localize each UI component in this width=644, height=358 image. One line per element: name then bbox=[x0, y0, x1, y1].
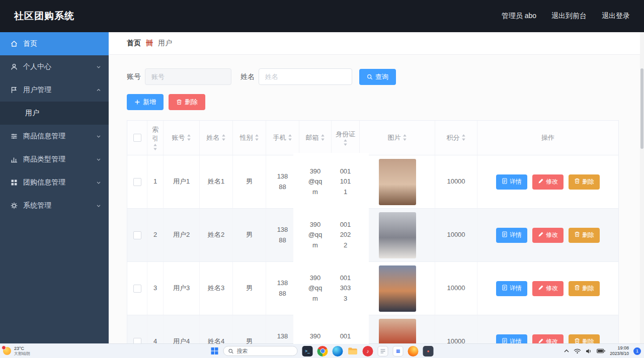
console-app-icon[interactable]: >_ bbox=[302, 346, 313, 356]
user-photo[interactable] bbox=[379, 319, 416, 344]
table-cell: 4 bbox=[147, 315, 164, 344]
trash-icon bbox=[574, 231, 580, 239]
column-header-phone[interactable]: 手机 bbox=[266, 121, 299, 155]
battery-icon[interactable] bbox=[597, 348, 605, 353]
row-checkbox[interactable] bbox=[133, 231, 141, 239]
column-header-points[interactable]: 积分 bbox=[435, 121, 477, 155]
row-checkbox[interactable] bbox=[133, 285, 141, 293]
tray-expand-chevron-icon[interactable] bbox=[564, 349, 569, 352]
cell-points: 10000 bbox=[447, 230, 465, 240]
detail-button[interactable]: 详情 bbox=[496, 228, 527, 243]
delete-button[interactable]: 删除 bbox=[569, 334, 600, 344]
cell-id_card: 001 101 1 bbox=[340, 166, 351, 197]
column-header-account[interactable]: 账号 bbox=[164, 121, 200, 155]
exit-front-link[interactable]: 退出到前台 bbox=[551, 12, 587, 21]
column-header-email[interactable]: 邮箱 bbox=[299, 121, 332, 155]
sort-icon[interactable] bbox=[221, 134, 226, 141]
folder-app-icon[interactable] bbox=[348, 346, 358, 356]
table-cell: 390 @qq bbox=[299, 315, 332, 344]
account-input[interactable] bbox=[145, 68, 231, 85]
weather-alert-badge bbox=[2, 345, 6, 350]
table-cell: 138 88 bbox=[266, 315, 299, 344]
button-label: 修改 bbox=[546, 231, 558, 239]
sidebar-item-product-type[interactable]: 商品类型管理 bbox=[0, 148, 109, 171]
firefox-app-icon[interactable] bbox=[408, 346, 419, 356]
delete-button[interactable]: 删除 bbox=[569, 174, 600, 190]
data-table: 索引账号姓名性别手机邮箱身份证图片积分操作 1用户1姓名1男138 88390 … bbox=[127, 120, 619, 344]
start-button[interactable] bbox=[211, 347, 219, 355]
sort-icon[interactable] bbox=[343, 139, 348, 146]
column-header-index[interactable]: 索引 bbox=[147, 121, 164, 155]
system-tray: 19:08 2023/8/10 1 bbox=[564, 344, 641, 358]
chevron-down-icon bbox=[96, 203, 102, 209]
cell-gender: 男 bbox=[246, 336, 253, 344]
weather-icon bbox=[3, 347, 11, 355]
trash-icon bbox=[574, 285, 580, 292]
column-header-gender[interactable]: 性别 bbox=[233, 121, 266, 155]
sort-icon[interactable] bbox=[403, 134, 407, 141]
edit-button[interactable]: 修改 bbox=[532, 174, 564, 190]
delete-button[interactable]: 删除 bbox=[569, 228, 600, 243]
sidebar-item-profile[interactable]: 个人中心 bbox=[0, 55, 109, 78]
sort-icon[interactable] bbox=[255, 134, 259, 141]
breadcrumb-separator-icon: 卌 bbox=[146, 39, 153, 48]
user-photo[interactable] bbox=[379, 212, 416, 258]
cell-gender: 男 bbox=[246, 230, 253, 240]
notification-badge[interactable]: 1 bbox=[633, 347, 641, 355]
column-header-name[interactable]: 姓名 bbox=[200, 121, 233, 155]
sidebar-item-user-management[interactable]: 用户管理 bbox=[0, 78, 109, 102]
dev-app-icon[interactable]: ● bbox=[423, 346, 434, 356]
edit-button[interactable]: 修改 bbox=[532, 334, 564, 344]
user-photo[interactable] bbox=[379, 265, 416, 312]
notepad-app-icon[interactable] bbox=[378, 346, 388, 356]
sort-icon[interactable] bbox=[187, 134, 191, 141]
cell-gender: 男 bbox=[246, 283, 253, 293]
logout-link[interactable]: 退出登录 bbox=[602, 12, 630, 21]
wifi-icon[interactable] bbox=[574, 348, 581, 354]
batch-delete-button[interactable]: 删除 bbox=[169, 94, 205, 110]
edge-app-icon[interactable] bbox=[333, 346, 343, 356]
sidebar-item-groupbuy-info[interactable]: 团购信息管理 bbox=[0, 171, 109, 194]
app-root: 社区团购系统 管理员 abo 退出到前台 退出登录 首页 个人中心 用户管理 用… bbox=[0, 0, 644, 358]
chrome-app-icon[interactable] bbox=[317, 346, 328, 356]
weather-widget[interactable]: 23°C 大部晴朗 bbox=[3, 344, 30, 358]
column-header-select[interactable] bbox=[127, 121, 147, 155]
table-cell: 138 88 bbox=[266, 262, 299, 315]
user-photo[interactable] bbox=[379, 159, 416, 205]
admin-menu[interactable]: 管理员 abo bbox=[502, 12, 536, 21]
table-header: 索引账号姓名性别手机邮箱身份证图片积分操作 bbox=[127, 121, 618, 155]
query-button[interactable]: 查询 bbox=[359, 69, 396, 85]
store-app-icon[interactable]: ▦ bbox=[393, 346, 404, 356]
edit-button[interactable]: 修改 bbox=[532, 281, 564, 296]
music-app-icon[interactable]: ♪ bbox=[363, 346, 373, 356]
sort-icon[interactable] bbox=[320, 134, 325, 141]
detail-button[interactable]: 详情 bbox=[496, 334, 527, 344]
volume-icon[interactable] bbox=[586, 348, 592, 354]
sidebar-item-product-info[interactable]: 商品信息管理 bbox=[0, 125, 109, 148]
delete-button[interactable]: 删除 bbox=[569, 281, 600, 296]
edit-button[interactable]: 修改 bbox=[532, 228, 564, 243]
scrollbar-thumb[interactable] bbox=[640, 68, 643, 149]
row-checkbox[interactable] bbox=[133, 178, 141, 186]
sidebar-item-home[interactable]: 首页 bbox=[0, 32, 109, 55]
column-header-id_card[interactable]: 身份证 bbox=[332, 121, 360, 155]
add-button[interactable]: 新增 bbox=[127, 94, 164, 110]
cell-index: 1 bbox=[153, 176, 157, 187]
sort-icon[interactable] bbox=[153, 144, 157, 150]
column-header-photo[interactable]: 图片 bbox=[360, 121, 435, 155]
sidebar-item-label: 首页 bbox=[23, 39, 102, 48]
detail-button[interactable]: 详情 bbox=[496, 281, 527, 296]
detail-button[interactable]: 详情 bbox=[496, 174, 527, 190]
taskbar-search[interactable]: 搜索 bbox=[223, 346, 298, 356]
name-input[interactable] bbox=[259, 68, 352, 85]
windows-icon bbox=[211, 347, 219, 355]
select-all-checkbox[interactable] bbox=[133, 134, 141, 142]
sidebar-subitem-user[interactable]: 用户 bbox=[0, 102, 109, 125]
taskbar-clock[interactable]: 19:08 2023/8/10 bbox=[610, 345, 629, 356]
breadcrumb-home[interactable]: 首页 bbox=[127, 39, 141, 48]
sidebar-item-system[interactable]: 系统管理 bbox=[0, 194, 109, 217]
sort-icon[interactable] bbox=[288, 134, 292, 141]
cell-index: 3 bbox=[153, 283, 157, 293]
column-label: 索引 bbox=[149, 125, 161, 143]
sort-icon[interactable] bbox=[461, 134, 466, 141]
